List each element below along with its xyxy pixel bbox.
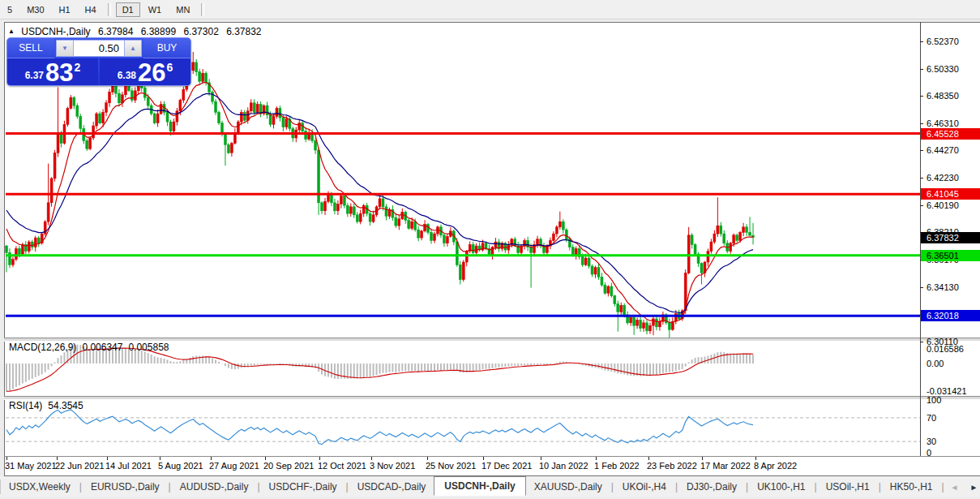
buy-price-small: 6.38 xyxy=(118,70,136,81)
price-tag-6.37832: 6.37832 xyxy=(921,232,980,243)
time-axis-label: 17 Dec 2021 xyxy=(481,461,532,471)
tab-separator: | xyxy=(257,481,259,493)
sell-price-display[interactable]: 6.37 83 2 xyxy=(7,58,98,85)
rsi-axis-tick: 100 xyxy=(927,395,941,405)
timeframe-button-M30[interactable]: M30 xyxy=(20,2,50,17)
chart-tab-usoil-h1[interactable]: USOil-,H1 xyxy=(818,479,878,495)
macd-value-main: 0.006347 xyxy=(82,342,122,353)
tabs-scroll-right-icon[interactable]: ► xyxy=(970,483,978,492)
buy-button[interactable]: BUY xyxy=(143,38,190,58)
price-axis-tickmark xyxy=(920,205,923,206)
time-axis-label: 25 Nov 2021 xyxy=(426,461,476,471)
sell-price-small: 6.37 xyxy=(25,70,44,81)
time-axis-label: 27 Aug 2021 xyxy=(209,461,259,471)
buy-price-sup: 6 xyxy=(167,61,173,74)
time-axis-label: 31 May 2021 xyxy=(5,461,57,471)
chart-tab-dj30-daily[interactable]: DJ30-,Daily xyxy=(678,479,745,495)
chart-tab-hk50-h1[interactable]: HK50-,H1 xyxy=(882,479,941,495)
price-axis-tickmark xyxy=(920,69,923,70)
sell-button[interactable]: SELL xyxy=(7,38,54,58)
price-axis-tick: 6.34130 xyxy=(927,282,959,292)
rsi-axis-tick: 70 xyxy=(927,413,936,423)
time-axis-label: 1 Feb 2022 xyxy=(594,461,640,471)
chart-tab-eurusd-daily[interactable]: EURUSD-,Daily xyxy=(83,479,168,495)
sell-price-big: 83 xyxy=(45,62,73,84)
price-axis-tickmark xyxy=(920,342,923,342)
time-axis-label: 23 Feb 2022 xyxy=(647,461,697,471)
chart-tab-usdcad-daily[interactable]: USDCAD-,Daily xyxy=(349,479,434,495)
price-axis-tickmark xyxy=(920,123,923,124)
chart-symbol-label: USDCNH-,Daily xyxy=(21,26,90,37)
price-axis-tick: 6.50330 xyxy=(927,64,959,74)
rsi-axis-tick: 0 xyxy=(927,448,931,458)
price-axis-tick: 6.40190 xyxy=(927,200,959,210)
quote-high: 6.38899 xyxy=(141,26,176,37)
price-axis-tickmark xyxy=(920,178,923,179)
macd-axis-tick: 0.00 xyxy=(927,359,944,368)
rsi-timeaxis-separator xyxy=(4,456,980,457)
price-axis-tickmark xyxy=(920,150,923,151)
chart-tab-usdcnh-daily[interactable]: USDCNH-,Daily xyxy=(434,476,525,496)
tabs-scroll-left-icon[interactable]: ◄ xyxy=(951,483,959,492)
chart-tab-usdx-weekly[interactable]: USDX,Weekly xyxy=(1,479,79,495)
volume-input[interactable]: 0.50 xyxy=(74,40,124,57)
price-tag-6.41045: 6.41045 xyxy=(921,188,980,200)
tab-separator: | xyxy=(879,481,881,493)
volume-increase-button[interactable]: ▲ xyxy=(124,40,142,57)
buy-price-display[interactable]: 6.38 26 6 xyxy=(100,58,190,85)
time-axis-label: 8 Apr 2022 xyxy=(754,461,797,471)
timeframe-button-W1[interactable]: W1 xyxy=(142,2,169,17)
timeframe-button-H1[interactable]: H1 xyxy=(53,2,77,17)
timeframe-toolbar: 5M30H1H4D1W1MN xyxy=(0,0,980,19)
rsi-label: RSI(14) xyxy=(9,400,42,411)
toolbar-separator xyxy=(201,3,204,16)
quote-low: 6.37302 xyxy=(183,26,218,37)
macd-value-signal: 0.005858 xyxy=(128,342,169,353)
rsi-label-row: RSI(14)54.3545 xyxy=(9,400,89,411)
chart-tab-uk100-h1[interactable]: UK100-,H1 xyxy=(749,479,813,495)
price-tag-6.45528: 6.45528 xyxy=(921,128,980,140)
tab-separator: | xyxy=(346,481,349,493)
chart-tabs: USDX,Weekly|EURUSD-,Daily|AUDUSD-,Daily|… xyxy=(1,478,940,496)
price-axis-tick: 6.48350 xyxy=(927,91,959,101)
chart-tab-ukoil-h4[interactable]: UKOil-,H4 xyxy=(614,479,674,495)
timeframe-button-MN[interactable]: MN xyxy=(169,2,196,17)
chart-title: ▲ USDCNH-,Daily 6.37984 6.38899 6.37302 … xyxy=(8,26,267,37)
buy-price-big: 26 xyxy=(138,62,165,84)
sell-price-sup: 2 xyxy=(75,61,81,74)
time-axis-label: 10 Jan 2022 xyxy=(539,461,588,471)
timeframe-button-H4[interactable]: H4 xyxy=(79,2,103,17)
quote-close: 6.37832 xyxy=(226,26,261,37)
time-axis-label: 5 Aug 2021 xyxy=(158,461,203,471)
price-axis-tickmark xyxy=(920,96,923,97)
one-click-trade-widget: SELL ▼ 0.50 ▲ BUY 6.37 83 2 6.38 26 6 xyxy=(6,37,191,86)
price-axis-tick: 6.44270 xyxy=(927,145,959,155)
quote-open: 6.37984 xyxy=(98,26,133,37)
tab-separator: | xyxy=(611,481,614,493)
price-tag-6.32018: 6.32018 xyxy=(921,310,980,321)
price-tag-6.36501: 6.36501 xyxy=(921,250,980,261)
chart-tab-usdchf-daily[interactable]: USDCHF-,Daily xyxy=(261,479,345,495)
price-axis-tick: 6.46310 xyxy=(927,118,959,128)
chart-window[interactable] xyxy=(4,22,980,476)
timeframe-button-D1[interactable]: D1 xyxy=(116,2,140,17)
collapse-quote-icon[interactable]: ▲ xyxy=(8,28,15,35)
macd-axis-tick: 0.016586 xyxy=(927,344,964,354)
macd-rsi-separator[interactable] xyxy=(4,396,980,400)
timeframe-button-5[interactable]: 5 xyxy=(1,2,19,17)
rsi-value: 54.3545 xyxy=(48,400,83,411)
tab-separator: | xyxy=(815,481,817,493)
tab-separator: | xyxy=(675,481,678,493)
time-axis-label: 20 Sep 2021 xyxy=(263,461,314,471)
price-axis-tick: 6.42230 xyxy=(927,173,959,183)
time-axis-label: 22 Jun 2021 xyxy=(55,461,105,471)
time-axis-label: 17 Mar 2022 xyxy=(700,461,751,471)
tab-separator: | xyxy=(169,481,171,493)
macd-label-row: MACD(12,26,9)0.0063470.005858 xyxy=(9,342,175,353)
chart-tab-bar: USDX,Weekly|EURUSD-,Daily|AUDUSD-,Daily|… xyxy=(0,476,980,497)
volume-decrease-button[interactable]: ▼ xyxy=(56,40,74,57)
chart-tab-xauusd-daily[interactable]: XAUUSD-,Daily xyxy=(526,479,610,495)
chart-tab-audusd-daily[interactable]: AUDUSD-,Daily xyxy=(172,479,257,495)
tab-separator: | xyxy=(941,481,944,493)
tab-separator: | xyxy=(746,481,748,493)
